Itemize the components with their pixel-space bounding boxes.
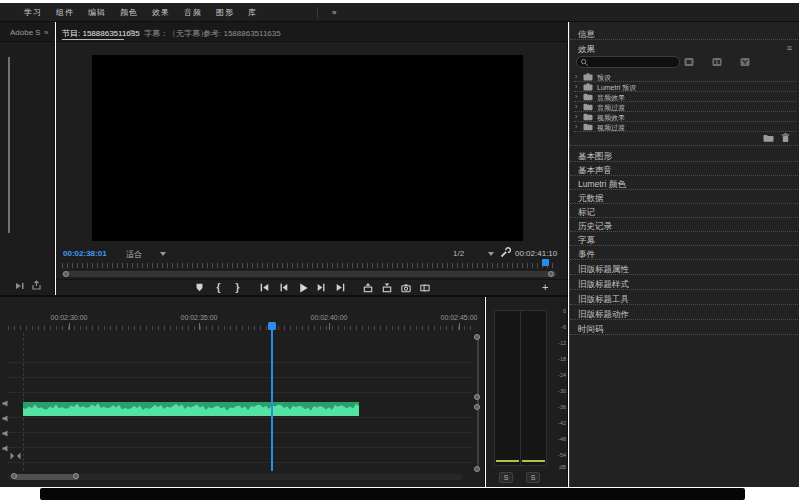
workspace-tab-graphics[interactable]: 图形 [216, 7, 234, 18]
add-marker-button[interactable] [193, 281, 207, 294]
comparison-view-button[interactable] [418, 281, 432, 294]
panel-header-essential-sound[interactable]: 基本声音 [570, 162, 799, 176]
panel-header-lumetri-color[interactable]: Lumetri 颜色 [570, 176, 799, 190]
v-scroll-handle[interactable] [474, 334, 480, 340]
premiere-pro-window: { "workspace": { "items": ["学习", "组件", "… [0, 0, 799, 500]
zoom-handle-left[interactable] [63, 271, 69, 277]
accelerated-effects-badge-icon[interactable] [684, 57, 694, 67]
panel-header-markers[interactable]: 标记 [570, 204, 799, 218]
step-forward-button[interactable] [315, 281, 329, 294]
panel-header-metadata[interactable]: 元数据 [570, 190, 799, 204]
track-a3-speaker-icon[interactable] [2, 430, 9, 437]
fit-sequence-icon[interactable] [10, 452, 21, 460]
workspace-tab-assembly[interactable]: 组件 [56, 7, 74, 18]
panel-header-timecode[interactable]: 时间码 [570, 320, 799, 335]
monitor-time-ruler[interactable] [62, 263, 556, 268]
go-to-out-button[interactable] [334, 281, 348, 294]
settings-wrench-icon[interactable] [500, 247, 511, 258]
meter-scale-label: -18 [550, 356, 566, 362]
effects-tree-row-audio-transitions[interactable]: › 音频过渡 [574, 102, 796, 112]
workspace-overflow-icon[interactable]: » [332, 8, 337, 17]
h-scroll-handle-left[interactable] [11, 473, 17, 479]
extract-button[interactable] [380, 281, 394, 294]
effects-tree-row-video-effects[interactable]: › 视频效果 [574, 112, 796, 122]
left-panel-scrollbar[interactable] [8, 57, 10, 233]
track-a2-speaker-icon[interactable] [2, 415, 9, 422]
delete-trash-icon[interactable] [781, 133, 790, 143]
effects-tree-row-video-transitions[interactable]: › 视频过渡 [574, 122, 796, 132]
panel-menu-icon[interactable]: ≡ [787, 43, 792, 53]
effects-tree-row-presets[interactable]: › 预设 [574, 72, 796, 82]
panel-header-history[interactable]: 历史记录 [570, 218, 799, 232]
left-panel: Adobe S » [0, 22, 55, 295]
chevron-right-icon[interactable]: › [575, 113, 577, 120]
chevron-right-icon[interactable]: › [575, 123, 577, 130]
export-frame-button[interactable] [399, 281, 413, 294]
workspace-tab-libraries[interactable]: 库 [248, 7, 257, 18]
workspace-tab-audio[interactable]: 音频 [184, 7, 202, 18]
v-scroll-handle[interactable] [474, 404, 480, 410]
yuv-effects-badge-icon[interactable] [740, 57, 750, 67]
panel-header-info[interactable]: 信息 [570, 25, 799, 40]
workspace-tab-effects[interactable]: 效果 [152, 7, 170, 18]
mark-in-button[interactable]: { [212, 281, 226, 294]
effects-tree-row-lumetri-presets[interactable]: › Lumetri 预设 [574, 82, 796, 92]
effects-tree-row-audio-effects[interactable]: › 音频效果 [574, 92, 796, 102]
h-scroll-thumb[interactable] [13, 474, 79, 480]
timeline-vertical-scrollbar[interactable] [477, 336, 479, 469]
solo-left-button[interactable]: S [499, 472, 513, 483]
panel-header-legacy-title-tools[interactable]: 旧版标题工具 [570, 290, 799, 305]
v-scroll-handle[interactable] [474, 394, 480, 400]
ruler-label: 00:02:40:00 [305, 314, 353, 321]
new-custom-bin-icon[interactable] [763, 134, 774, 143]
chevron-right-icon[interactable]: › [575, 103, 577, 110]
monitor-zoom-scrollbar[interactable] [62, 271, 556, 277]
tab-captions[interactable]: 字幕：（无字幕） [144, 28, 208, 39]
panel-header-captions[interactable]: 字幕 [570, 232, 799, 246]
workspace-tab-editing[interactable]: 编辑 [88, 7, 106, 18]
go-to-in-button[interactable] [258, 281, 272, 294]
left-panel-playback-icon[interactable] [14, 281, 25, 291]
solo-right-button[interactable]: S [526, 472, 540, 483]
track-a4-speaker-icon[interactable] [2, 445, 9, 452]
panel-menu-icon[interactable]: ≡ [129, 27, 134, 37]
step-back-button[interactable] [277, 281, 291, 294]
track-a1-speaker-icon[interactable] [2, 400, 9, 407]
panel-header-essential-graphics[interactable]: 基本图形 [570, 148, 799, 162]
timeline-playhead-line[interactable] [271, 330, 273, 471]
panel-header-legacy-title-styles[interactable]: 旧版标题样式 [570, 275, 799, 290]
button-editor-add-button[interactable]: + [542, 281, 548, 293]
fit-select[interactable]: 适合 [126, 249, 142, 260]
v-scroll-handle[interactable] [474, 466, 480, 472]
chevron-down-icon[interactable] [488, 252, 494, 256]
panel-header-effects[interactable]: 效果 ≡ [570, 40, 799, 55]
transport-bar: { } [56, 279, 568, 295]
chevron-right-icon[interactable]: › [575, 73, 577, 80]
chevron-right-icon[interactable]: › [575, 83, 577, 90]
play-button[interactable] [296, 281, 310, 294]
monitor-playhead[interactable] [542, 259, 549, 266]
panel-header-legacy-title-properties[interactable]: 旧版标题属性 [570, 260, 799, 275]
timeline-ruler[interactable] [8, 326, 472, 330]
panel-header-events[interactable]: 事件 [570, 246, 799, 260]
chevron-down-icon[interactable] [160, 252, 166, 256]
left-panel-overflow-icon[interactable]: » [44, 28, 48, 37]
left-panel-export-icon[interactable] [31, 280, 42, 291]
audio-clip[interactable] [23, 402, 359, 416]
32bit-color-badge-icon[interactable] [712, 57, 722, 67]
h-scroll-handle-right[interactable] [73, 473, 79, 479]
tab-reference-monitor[interactable]: 参考: 1588863511635 [203, 28, 281, 39]
panel-header-legacy-title-actions[interactable]: 旧版标题动作 [570, 305, 799, 320]
major-tick [199, 323, 200, 330]
mark-out-button[interactable]: } [231, 281, 245, 294]
current-timecode[interactable]: 00:02:38:01 [63, 249, 107, 258]
timeline-playhead-head[interactable] [268, 322, 276, 330]
workspace-tab-learn[interactable]: 学习 [24, 7, 42, 18]
chevron-right-icon[interactable]: › [575, 93, 577, 100]
zoom-handle-right[interactable] [548, 271, 554, 277]
resolution-select[interactable]: 1/2 [453, 249, 464, 258]
effects-search-input[interactable] [576, 56, 680, 68]
workspace-tab-color[interactable]: 颜色 [120, 7, 138, 18]
lift-button[interactable] [361, 281, 375, 294]
tab-adobe-stock[interactable]: Adobe S [10, 28, 41, 37]
